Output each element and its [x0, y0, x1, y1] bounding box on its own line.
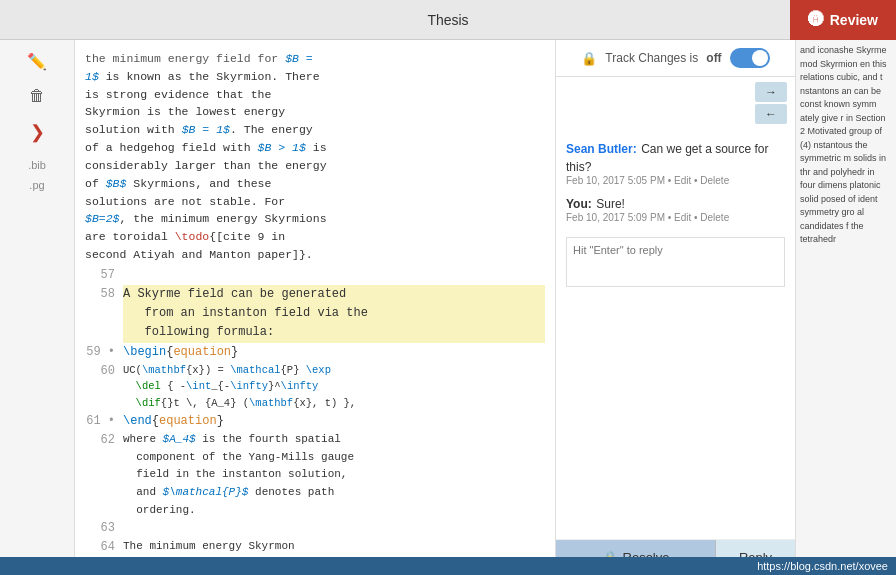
- lock-icon: 🔒: [581, 51, 597, 66]
- review-icon: 🅐: [808, 11, 824, 29]
- comment-panel: 🔒 Track Changes is off → ← Sean Butler: …: [556, 40, 796, 575]
- right-panel: and iconashe Skyrme mod Skyrmion en this…: [796, 40, 896, 575]
- pre-text: the minimum energy field for $B =: [85, 52, 313, 65]
- tooltip-url: https://blog.csdn.net/xovee: [757, 560, 888, 572]
- comment-thread: Sean Butler: Can we get a source for thi…: [556, 129, 795, 539]
- editor-area: the minimum energy field for $B = 1$ is …: [75, 40, 556, 575]
- line-num-58: 58: [85, 285, 115, 304]
- track-bar: 🔒 Track Changes is off: [556, 40, 795, 77]
- tooltip-bar: https://blog.csdn.net/xovee: [0, 557, 896, 575]
- line-num-64: 64: [85, 538, 115, 557]
- left-sidebar: ✏️ 🗑 ❯ .bib .pg: [0, 40, 75, 575]
- editor-line-62: 62 where $A_4$ is the fourth spatial com…: [85, 431, 545, 519]
- track-toggle[interactable]: [730, 48, 770, 68]
- main-area: ✏️ 🗑 ❯ .bib .pg the minimum energy field…: [0, 40, 896, 575]
- pre-lines: the minimum energy field for $B = 1$ is …: [85, 48, 545, 266]
- editor-line-58: 58 A Skyrme field can be generated from …: [85, 285, 545, 343]
- editor-line-57: 57: [85, 266, 545, 285]
- track-state: off: [706, 51, 721, 65]
- nav-left-arrow[interactable]: ←: [755, 104, 787, 124]
- reply-input[interactable]: [566, 237, 785, 287]
- edit-icon[interactable]: ✏️: [23, 48, 51, 75]
- reply-text: Sure!: [596, 197, 625, 211]
- editor-line-63: 63: [85, 519, 545, 538]
- line-num-57: 57: [85, 266, 115, 285]
- trash-icon[interactable]: 🗑: [25, 83, 49, 109]
- comment-meta-2: Feb 10, 2017 5:09 PM • Edit • Delete: [566, 212, 785, 223]
- reply-author: You:: [566, 197, 592, 211]
- line-num-62: 62: [85, 431, 115, 450]
- window-title: Thesis: [427, 12, 468, 28]
- line-num-63: 63: [85, 519, 115, 538]
- line-num-61: 61 •: [85, 412, 115, 431]
- comment-author: Sean Butler:: [566, 142, 637, 156]
- editor-line-60: 60 UC(\mathbf{x}) = \mathcal{P} \exp \de…: [85, 362, 545, 412]
- editor-line-61: 61 • \end{equation}: [85, 412, 545, 431]
- right-panel-text: and iconashe Skyrme mod Skyrmion en this…: [800, 44, 892, 247]
- file-label-bib: .bib: [28, 159, 46, 171]
- nav-arrows: → ←: [556, 77, 795, 129]
- toggle-knob: [752, 50, 768, 66]
- comment-meta-1: Feb 10, 2017 5:05 PM • Edit • Delete: [566, 175, 785, 186]
- comment-entry-2: You: Sure! Feb 10, 2017 5:09 PM • Edit •…: [566, 194, 785, 223]
- top-bar: Thesis 🅐 Review: [0, 0, 896, 40]
- review-button[interactable]: 🅐 Review: [790, 0, 896, 40]
- track-label: Track Changes is: [605, 51, 698, 65]
- editor-content: the minimum energy field for $B = 1$ is …: [75, 48, 555, 575]
- collapse-arrow[interactable]: ❯: [26, 117, 49, 147]
- line-num-59: 59 •: [85, 343, 115, 362]
- editor-line-59: 59 • \begin{equation}: [85, 343, 545, 362]
- comment-entry-1: Sean Butler: Can we get a source for thi…: [566, 139, 785, 186]
- line-num-60: 60: [85, 362, 115, 381]
- file-label-pg: .pg: [29, 179, 44, 191]
- nav-right-arrow[interactable]: →: [755, 82, 787, 102]
